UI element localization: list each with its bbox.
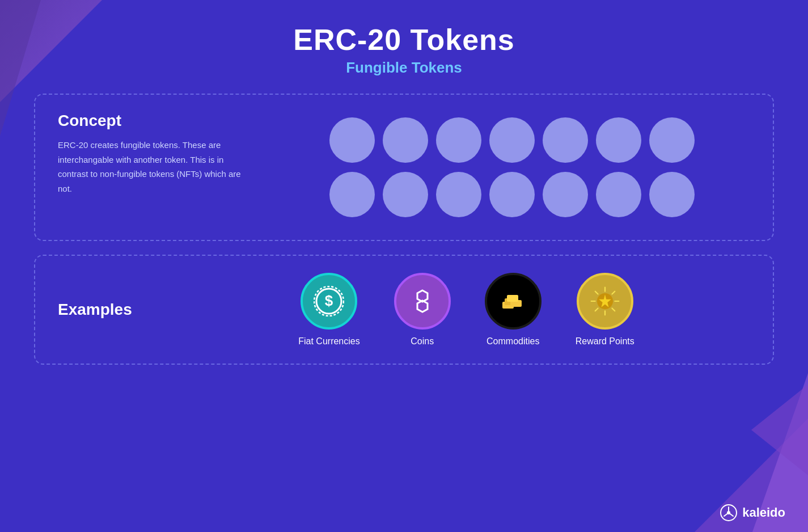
commodities-icon (498, 286, 528, 316)
examples-title: Examples (58, 301, 183, 319)
svg-rect-6 (507, 295, 518, 302)
concept-title: Concept (58, 112, 251, 130)
token-circle (649, 172, 695, 217)
kaleido-text: kaleido (742, 505, 785, 520)
token-circle (383, 117, 428, 163)
svg-line-11 (595, 292, 598, 294)
example-coins: Coins (394, 273, 451, 347)
token-grid (273, 112, 750, 223)
token-row-1 (329, 117, 695, 163)
commodities-label: Commodities (487, 336, 539, 347)
kaleido-icon (720, 504, 738, 522)
kaleido-logo: kaleido (720, 504, 785, 522)
coins-label: Coins (411, 336, 434, 347)
token-row-2 (329, 172, 695, 217)
svg-text:$: $ (325, 292, 333, 309)
concept-description: ERC-20 creates fungible tokens. These ar… (58, 138, 251, 196)
token-circle (489, 172, 535, 217)
rewards-label: Reward Points (576, 336, 634, 347)
coins-icon-container (394, 273, 451, 330)
fiat-icon-container: $ (301, 273, 357, 330)
token-circle (543, 117, 588, 163)
svg-point-18 (727, 511, 730, 514)
example-fiat: $ Fiat Currencies (298, 273, 359, 347)
sub-title: Fungible Tokens (293, 59, 515, 77)
svg-line-13 (612, 292, 615, 294)
rewards-icon (590, 286, 620, 316)
page-content: ERC-20 Tokens Fungible Tokens Concept ER… (0, 0, 808, 390)
token-circle (383, 172, 428, 217)
examples-items: $ Fiat Currencies Co (183, 273, 750, 347)
concept-text: Concept ERC-20 creates fungible tokens. … (58, 112, 251, 196)
examples-content: Examples $ Fiat Currencies (58, 273, 750, 347)
concept-box: Concept ERC-20 creates fungible tokens. … (34, 94, 774, 241)
example-commodities: Commodities (485, 273, 542, 347)
main-title: ERC-20 Tokens (293, 23, 515, 57)
token-circle (436, 117, 481, 163)
examples-box: Examples $ Fiat Currencies (34, 255, 774, 365)
example-rewards: Reward Points (576, 273, 634, 347)
token-circle (596, 172, 641, 217)
svg-line-12 (612, 308, 615, 311)
coins-icon (407, 286, 438, 316)
commodities-icon-container (485, 273, 542, 330)
token-circle (543, 172, 588, 217)
fiat-currencies-icon: $ (314, 286, 344, 316)
token-circle (329, 172, 375, 217)
token-circle (489, 117, 535, 163)
token-circle (649, 117, 695, 163)
fiat-label: Fiat Currencies (298, 336, 359, 347)
rewards-icon-container (577, 273, 633, 330)
token-circle (436, 172, 481, 217)
header: ERC-20 Tokens Fungible Tokens (293, 23, 515, 77)
token-circle (596, 117, 641, 163)
svg-line-14 (595, 308, 598, 311)
concept-content: Concept ERC-20 creates fungible tokens. … (58, 112, 750, 223)
token-circle (329, 117, 375, 163)
